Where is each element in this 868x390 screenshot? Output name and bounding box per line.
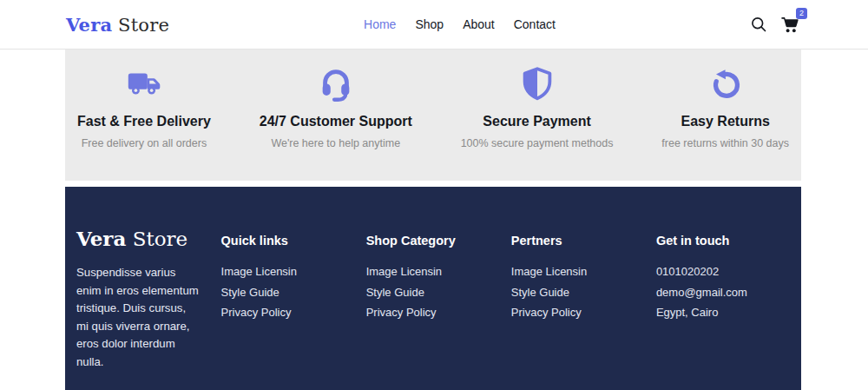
footer-column-heading: Quick links — [221, 234, 366, 248]
footer-column-get-in-touch: Get in touch 0101020202 demo@gmail.com E… — [656, 227, 801, 371]
footer-logo-secondary: Store — [133, 228, 187, 250]
nav-item-contact[interactable]: Contact — [514, 17, 556, 31]
footer-link[interactable]: Style Guide — [366, 286, 511, 299]
features-strip: Fast & Free Delivery Free delivery on al… — [65, 50, 801, 181]
footer-column-heading: Shop Category — [366, 234, 511, 248]
footer-address: Egypt, Cairo — [656, 306, 801, 319]
feature-title: Fast & Free Delivery — [77, 114, 211, 129]
footer-phone[interactable]: 0101020202 — [656, 265, 801, 278]
cart-icon[interactable]: 2 — [780, 15, 800, 35]
footer-logo-primary: Vera — [76, 227, 126, 250]
feature-support: 24/7 Customer Support We're here to help… — [260, 64, 412, 181]
search-icon[interactable] — [750, 16, 767, 33]
footer-description: Suspendisse varius enim in eros elementu… — [76, 264, 200, 371]
footer-brand-column: Vera Store Suspendisse varius enim in er… — [76, 227, 201, 371]
returns-icon — [706, 64, 746, 104]
footer-link[interactable]: Privacy Policy — [511, 306, 656, 319]
feature-subtitle: 100% secure payment methods — [461, 137, 614, 149]
feature-subtitle: free returns within 30 days — [661, 137, 789, 149]
footer-link[interactable]: Style Guide — [511, 286, 656, 299]
section-divider — [65, 181, 801, 187]
feature-returns: Easy Returns free returns within 30 days — [661, 64, 789, 181]
footer-link[interactable]: Privacy Policy — [221, 306, 366, 319]
shield-icon — [517, 64, 557, 104]
feature-title: 24/7 Customer Support — [260, 114, 412, 129]
site-footer: Vera Store Suspendisse varius enim in er… — [65, 187, 801, 390]
feature-title: Easy Returns — [661, 114, 789, 129]
site-logo[interactable]: Vera Store — [66, 14, 169, 36]
footer-link[interactable]: Image Licensin — [511, 265, 656, 278]
footer-link[interactable]: Privacy Policy — [366, 306, 511, 319]
nav-item-home[interactable]: Home — [364, 17, 396, 31]
logo-primary: Vera — [66, 14, 112, 36]
footer-column-shop-category: Shop Category Image Licensin Style Guide… — [366, 227, 511, 371]
footer-link[interactable]: Image Licensin — [366, 265, 511, 278]
header-icons: 2 — [750, 15, 800, 35]
feature-subtitle: We're here to help anytime — [260, 137, 412, 149]
feature-delivery: Fast & Free Delivery Free delivery on al… — [77, 64, 211, 181]
footer-link[interactable]: Style Guide — [221, 286, 366, 299]
site-header: Vera Store Home Shop About Contact 2 — [0, 0, 868, 50]
logo-secondary: Store — [118, 15, 169, 36]
feature-subtitle: Free delivery on all orders — [77, 137, 211, 149]
main-nav: Home Shop About Contact — [364, 17, 556, 31]
footer-logo[interactable]: Vera Store — [76, 227, 201, 250]
feature-secure-payment: Secure Payment 100% secure payment metho… — [461, 64, 614, 181]
footer-link[interactable]: Image Licensin — [221, 265, 366, 278]
cart-count-badge: 2 — [796, 8, 807, 19]
footer-column-quick-links: Quick links Image Licensin Style Guide P… — [221, 227, 366, 371]
truck-icon — [124, 64, 164, 104]
headset-icon — [316, 64, 356, 104]
nav-item-shop[interactable]: Shop — [415, 17, 444, 31]
feature-title: Secure Payment — [461, 114, 614, 129]
nav-item-about[interactable]: About — [463, 17, 495, 31]
footer-column-partners: Pertners Image Licensin Style Guide Priv… — [511, 227, 656, 371]
footer-column-heading: Get in touch — [656, 234, 801, 248]
footer-column-heading: Pertners — [511, 234, 656, 248]
footer-email[interactable]: demo@gmail.com — [656, 286, 801, 299]
